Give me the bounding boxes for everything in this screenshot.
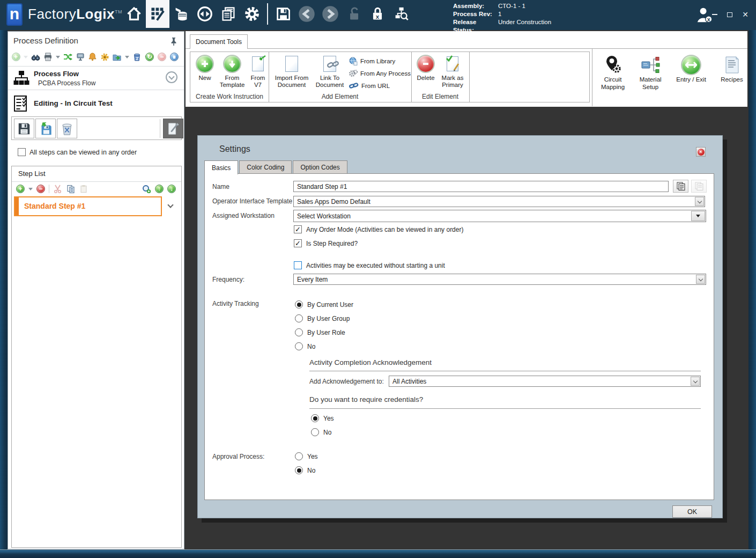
ack-select[interactable]: All Activities [389,376,701,387]
new-button[interactable]: New [194,55,216,82]
approval-no[interactable]: No [295,466,315,474]
delete-element-button[interactable]: Delete [414,55,437,82]
process-settings-button[interactable] [100,53,109,62]
save-template-button[interactable] [35,119,56,138]
export-dropdown-icon[interactable] [125,56,129,58]
pin-button[interactable] [170,37,177,47]
from-any-process-button[interactable]: From Any Process [349,69,411,78]
move-step-down-button[interactable]: ↓ [167,185,176,193]
print-dropdown-icon[interactable] [56,56,60,58]
close-button[interactable]: ✕ [742,12,748,17]
step-required-checkbox-row[interactable]: ✓ Is Step Required? [294,239,358,247]
name-input[interactable] [293,181,669,192]
workstation-dropdown-button[interactable] [691,211,705,221]
stop-button[interactable]: − [158,53,166,61]
edit-mode-button[interactable] [163,119,183,138]
any-order-checkbox-row[interactable]: ✓ Any Order Mode (Activities can be view… [294,225,463,233]
zoom-step-button[interactable] [142,185,151,194]
user-logout-button[interactable]: x [695,5,714,26]
no-unit-checkbox[interactable] [294,261,302,269]
process-flow-row[interactable]: Process Flow PCBA Process Flow [8,68,184,90]
any-order-checkbox[interactable]: ✓ [294,225,302,233]
import-from-document-button[interactable]: Import From Document [273,55,310,89]
radio[interactable] [295,328,303,336]
shuffle-button[interactable] [63,53,72,62]
order-checkbox-row[interactable]: All steps can be viewed in any order [18,148,137,156]
link-to-document-button[interactable]: Link To Document [313,55,347,89]
step-required-checkbox[interactable]: ✓ [294,239,302,247]
entry-exit-button[interactable]: Entry / Exit [675,54,707,106]
step-expand-chevron[interactable] [168,203,173,207]
tab-color-coding[interactable]: Color Coding [239,160,292,174]
signoff-button[interactable] [76,53,85,62]
export-button[interactable] [113,53,122,62]
maximize-button[interactable] [727,12,732,17]
from-template-button[interactable]: From Template [217,55,247,89]
print-button[interactable] [43,53,53,62]
paste-button[interactable] [79,185,88,194]
pause-button[interactable]: ⏸ [170,53,179,61]
add-step-dropdown-icon[interactable] [28,188,33,190]
work-instructions-button[interactable] [146,0,169,28]
unlock-button[interactable] [342,0,366,28]
cut-button[interactable] [53,185,62,194]
dialog-close-button[interactable]: × [696,147,706,157]
copy-name-button[interactable] [673,180,688,193]
chevron-down-icon[interactable] [691,377,700,386]
tab-basics[interactable]: Basics [204,160,238,174]
material-setup-button[interactable]: Material Setup [638,54,663,106]
copy-button[interactable] [66,185,75,194]
add-step-button[interactable]: + [16,185,25,193]
radio-selected[interactable] [295,466,303,474]
save-step-button[interactable] [14,119,34,138]
chevron-down-icon[interactable] [696,275,705,284]
tracking-by-user-group[interactable]: By User Group [295,314,350,322]
tab-document-tools[interactable]: Document Tools [190,34,248,49]
minimize-button[interactable] [712,14,717,15]
radio[interactable] [311,428,319,436]
workstation-combo[interactable]: Select Workstation [293,210,706,222]
radio[interactable] [295,314,303,322]
from-url-button[interactable]: From URL [349,81,390,91]
tracking-by-current-user[interactable]: By Current User [295,300,353,309]
lock-cancel-button[interactable]: x [366,0,389,28]
from-v7-button[interactable]: From V7 [248,55,268,89]
credentials-no[interactable]: No [311,428,331,436]
order-checkbox[interactable] [18,148,26,156]
template-select[interactable]: Sales Apps Demo Default [293,196,705,207]
radio-selected[interactable] [295,300,303,309]
mark-as-primary-button[interactable]: Mark as Primary [438,55,467,89]
radio[interactable] [295,452,303,460]
from-library-button[interactable]: From Library [349,56,395,66]
forward-button[interactable] [318,0,342,28]
settings-button[interactable] [240,0,264,28]
audit-button[interactable] [389,0,413,28]
ok-button[interactable]: OK [672,505,712,518]
add-process-button[interactable]: + [11,53,20,62]
radio[interactable] [295,342,303,350]
move-step-up-button[interactable]: ↑ [155,185,164,193]
tracking-no[interactable]: No [295,342,315,350]
find-button[interactable] [31,53,40,62]
refresh-button[interactable]: ↻ [145,53,154,61]
expand-process-flow-button[interactable] [166,71,177,83]
add-dropdown-icon[interactable] [24,56,28,58]
materials-button[interactable] [169,0,193,28]
recycle-button[interactable] [132,53,142,62]
documents-button[interactable] [217,0,240,28]
tab-option-codes[interactable]: Option Codes [293,160,347,174]
sync-button[interactable] [193,0,217,28]
frequency-select[interactable]: Every Item [293,274,706,285]
delete-step-button[interactable] [57,119,77,138]
tracking-by-user-role[interactable]: By User Role [295,328,345,336]
radio-selected[interactable] [311,414,319,422]
home-button[interactable] [122,0,146,28]
remove-step-button[interactable]: − [36,185,45,193]
save-button[interactable] [271,0,295,28]
no-unit-checkbox-row[interactable]: Activities may be executed without start… [294,261,445,269]
notify-button[interactable] [88,53,97,62]
chevron-down-icon[interactable] [695,197,704,206]
circuit-mapping-button[interactable]: Circuit Mapping [600,54,626,106]
approval-yes[interactable]: Yes [295,452,318,460]
recipes-button[interactable]: Recipes [719,54,745,106]
